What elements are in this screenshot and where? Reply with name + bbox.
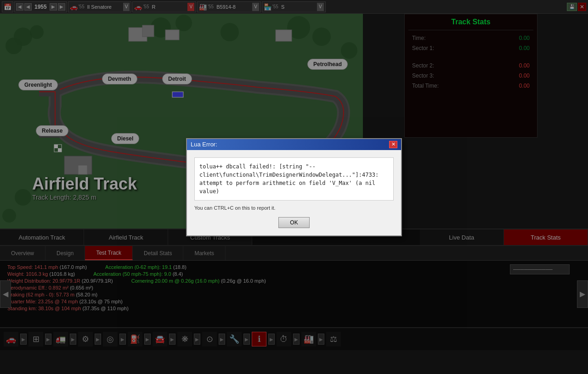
lua-error-hint: You can CTRL+C on this to report it.	[194, 205, 394, 211]
lua-error-overlay: Lua Error: ✕ tolua++ dbcall failed!: [st…	[0, 0, 588, 374]
lua-error-title: Lua Error:	[191, 141, 217, 148]
lua-error-titlebar: Lua Error: ✕	[187, 139, 401, 150]
lua-error-dialog: Lua Error: ✕ tolua++ dbcall failed!: [st…	[186, 138, 402, 236]
lua-error-close-button[interactable]: ✕	[389, 141, 397, 148]
lua-error-footer: OK	[194, 217, 394, 228]
lua-error-body: tolua++ dbcall failed!: [string "--clien…	[187, 150, 401, 235]
lua-error-message: tolua++ dbcall failed!: [string "--clien…	[194, 157, 394, 201]
lua-ok-button[interactable]: OK	[278, 217, 309, 228]
